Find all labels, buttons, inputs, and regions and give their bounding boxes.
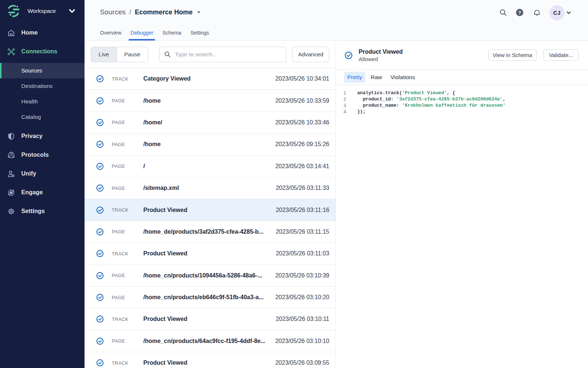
event-row[interactable]: PAGE /home_de/products/3af2d375-cfea-428…	[85, 221, 336, 243]
line-number: 1	[336, 90, 346, 96]
sidebar-item-catalog[interactable]: Catalog	[0, 109, 85, 125]
line-code: analytics.track('Product Viewed', {	[357, 90, 455, 96]
event-name: Product Viewed	[143, 207, 276, 213]
event-check-icon	[96, 119, 104, 126]
event-type: PAGE	[112, 295, 143, 300]
breadcrumb-separator: /	[129, 8, 131, 16]
code-string: 'Product Viewed'	[402, 90, 447, 96]
breadcrumb-caret-icon[interactable]	[197, 11, 200, 13]
sidebar-item-connections[interactable]: Connections	[0, 44, 85, 59]
breadcrumb-current: Ecommerce Home	[135, 8, 193, 16]
dtab-label: Raw	[370, 74, 382, 80]
sidebar-nav: Home Connections Sources Destination	[0, 25, 85, 219]
debugger-toolbar: Live Pause Advanced	[85, 41, 336, 68]
code-string: '3af2d375-cfea-4285-b37b-ac6d208d624e'	[397, 96, 503, 102]
event-name: /home_de/products/3af2d375-cfea-4285-b..…	[143, 229, 276, 235]
tab-raw[interactable]: Raw	[367, 72, 385, 83]
sidebar-item-label: Privacy	[21, 133, 43, 139]
event-name: Product Viewed	[143, 360, 275, 366]
event-timestamp: 2023/05/26 03:11:33	[276, 185, 329, 191]
sidebar-item-privacy[interactable]: Privacy	[0, 128, 85, 144]
event-timestamp: 2023/05/26 03:10:39	[275, 272, 329, 279]
event-row[interactable]: PAGE /home_cn/products/64ac9fcc-f195-4dd…	[85, 330, 336, 352]
event-timestamp: 2023/05/26 10:34:01	[275, 75, 329, 82]
avatar[interactable]: CJ	[549, 5, 564, 20]
help-icon[interactable]: ?	[516, 9, 523, 16]
event-name: /home_cn/products/64ac9fcc-f195-4ddf-8e.…	[143, 338, 275, 344]
sidebar-item-home[interactable]: Home	[0, 25, 85, 40]
app: Workspace Home	[0, 0, 588, 368]
event-rows: TRACK Category Viewed 2023/05/26 10:34:0…	[85, 68, 336, 368]
live-button[interactable]: Live	[91, 47, 117, 62]
sidebar-item-destinations[interactable]: Destinations	[0, 78, 85, 94]
sidebar-item-health[interactable]: Health	[0, 94, 85, 109]
help-glyph: ?	[518, 10, 521, 15]
event-type: TRACK	[112, 316, 143, 322]
search-icon[interactable]	[499, 8, 507, 17]
line-code: });	[357, 109, 366, 115]
sidebar-item-protocols[interactable]: Protocols	[0, 147, 85, 163]
advanced-button[interactable]: Advanced	[292, 47, 329, 62]
tab-violations[interactable]: Violations	[387, 72, 419, 83]
home-icon	[7, 29, 15, 37]
event-timestamp: 2023/05/26 03:10:20	[275, 294, 329, 301]
avatar-chevron-icon[interactable]	[566, 10, 571, 15]
event-timestamp: 2023/05/26 03:10:10	[275, 338, 329, 344]
line-code: product_id: '3af2d375-cfea-4285-b37b-ac6…	[357, 96, 506, 102]
event-check-icon	[96, 184, 104, 192]
sidebar: Workspace Home	[0, 0, 85, 368]
event-check-icon	[96, 141, 104, 148]
code-plain: });	[357, 109, 366, 114]
tab-pretty[interactable]: Pretty	[344, 72, 365, 83]
validate-button[interactable]: Validate...	[544, 49, 578, 61]
event-row[interactable]: PAGE /home_cn/products/1094456a-5286-48a…	[85, 265, 336, 287]
event-type: PAGE	[112, 338, 143, 344]
event-timestamp: 2023/05/26 03:14:41	[275, 163, 329, 170]
view-in-schema-button[interactable]: View in Schema	[488, 49, 537, 61]
event-type: PAGE	[112, 229, 143, 234]
sidebar-item-engage[interactable]: Engage	[0, 185, 85, 200]
code-block: 1 analytics.track('Product Viewed', { 2 …	[336, 85, 588, 368]
event-row[interactable]: PAGE /home 2023/05/26 10:33:59	[85, 90, 336, 112]
tab-label: Schema	[162, 30, 181, 36]
event-name: Category Viewed	[143, 75, 275, 82]
event-row[interactable]: PAGE /home 2023/05/26 09:15:26	[85, 134, 336, 155]
advanced-label: Advanced	[298, 51, 323, 58]
tab-debugger[interactable]: Debugger	[130, 25, 153, 40]
detail-event-title: Product Viewed	[359, 48, 488, 56]
event-row[interactable]: PAGE /sitemap.xml 2023/05/26 03:11:33	[85, 177, 336, 199]
avatar-initials: CJ	[553, 10, 560, 16]
breadcrumb-sources[interactable]: Sources	[100, 8, 126, 16]
workspace-switcher[interactable]: Workspace	[0, 0, 85, 22]
event-timestamp: 2023/05/26 03:11:15	[276, 229, 329, 235]
protocols-icon	[7, 151, 15, 159]
event-row[interactable]: TRACK Category Viewed 2023/05/26 10:34:0…	[85, 68, 336, 90]
event-row[interactable]: PAGE /home/ 2023/05/26 10:33:46	[85, 112, 336, 134]
sidebar-item-label: Settings	[21, 208, 45, 215]
sidebar-item-unify[interactable]: Unify	[0, 166, 85, 181]
sidebar-item-sources[interactable]: Sources	[0, 63, 85, 78]
search-input[interactable]	[175, 51, 282, 58]
breadcrumb: Sources / Ecommerce Home	[100, 8, 200, 16]
tab-schema[interactable]: Schema	[162, 25, 181, 40]
sidebar-item-settings[interactable]: Settings	[0, 204, 85, 219]
sidebar-item-label: Home	[21, 29, 38, 36]
event-row[interactable]: PAGE / 2023/05/26 03:14:41	[85, 156, 336, 177]
event-row[interactable]: TRACK Product Viewed 2023/05/26 03:10:11	[85, 308, 336, 330]
shield-icon	[7, 132, 15, 140]
notifications-bell-icon[interactable]	[533, 8, 541, 17]
event-row[interactable]: PAGE /home_cn/products/eb646c9f-51fb-40a…	[85, 287, 336, 308]
sidebar-subitem-label: Health	[21, 98, 38, 105]
event-type: PAGE	[112, 120, 143, 125]
event-timestamp: 2023/05/26 03:09:55	[275, 360, 329, 366]
event-row[interactable]: TRACK Product Viewed 2023/05/26 03:09:55	[85, 352, 336, 368]
tab-overview[interactable]: Overview	[100, 25, 121, 40]
source-tabs: Overview Debugger Schema Settings	[85, 25, 588, 41]
event-row[interactable]: TRACK Product Viewed 2023/05/26 03:11:03	[85, 243, 336, 265]
event-check-icon	[96, 163, 104, 170]
tab-settings[interactable]: Settings	[190, 25, 209, 40]
sidebar-subitem-label: Sources	[21, 67, 42, 74]
detail-title-block: Product Viewed Allowed	[359, 48, 488, 63]
pause-button[interactable]: Pause	[117, 47, 148, 62]
event-row[interactable]: TRACK Product Viewed 2023/05/26 03:11:16	[85, 199, 336, 221]
